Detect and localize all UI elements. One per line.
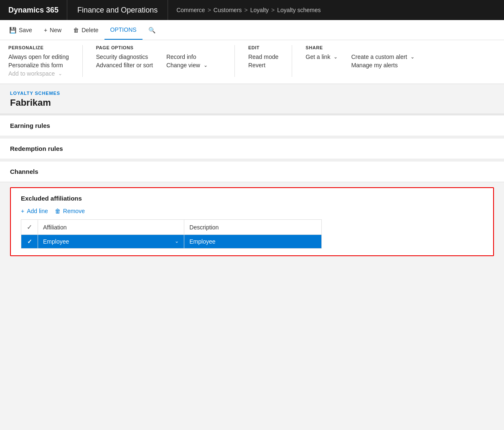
remove-button[interactable]: 🗑 Remove: [55, 208, 85, 214]
advanced-filter-sort[interactable]: Advanced filter or sort: [96, 62, 153, 69]
redemption-rules-section: Redemption rules: [0, 138, 504, 159]
description-cell: Employee: [184, 235, 322, 249]
share-group: SHARE Get a link ⌄ Create a custom alert…: [305, 45, 441, 77]
affiliation-cell: Employee ⌄: [38, 235, 184, 249]
save-label: Save: [19, 27, 32, 33]
row-check-icon: ✓: [27, 238, 32, 245]
top-nav: Dynamics 365 Finance and Operations Comm…: [0, 0, 504, 20]
get-link-chevron: ⌄: [333, 54, 338, 60]
delete-icon: 🗑: [73, 27, 79, 33]
search-button[interactable]: 🔍: [143, 20, 161, 40]
channels-section: Channels: [0, 161, 504, 182]
affiliation-value: Employee: [43, 238, 69, 245]
delete-button[interactable]: 🗑 Delete: [67, 20, 104, 40]
new-label: New: [50, 27, 61, 33]
options-tab[interactable]: OPTIONS: [104, 20, 143, 40]
page-header: LOYALTY SCHEMES Fabrikam: [0, 84, 504, 113]
security-diagnostics[interactable]: Security diagnostics: [96, 53, 153, 60]
app-title: Finance and Operations: [77, 6, 158, 15]
add-workspace-chevron: ⌄: [58, 71, 62, 76]
add-to-workspace[interactable]: Add to workspace ⌄: [8, 70, 69, 77]
breadcrumb-loyalty[interactable]: Loyalty: [250, 7, 269, 13]
page-options-col2: Record info Change view ⌄: [166, 53, 208, 69]
check-header: ✓: [21, 220, 38, 235]
page-options-title: PAGE OPTIONS: [96, 45, 221, 50]
record-info[interactable]: Record info: [166, 53, 208, 60]
edit-items: Read mode Revert: [248, 53, 278, 69]
personalize-items: Always open for editing Personalize this…: [8, 53, 69, 77]
revert[interactable]: Revert: [248, 62, 278, 69]
breadcrumb: Commerce > Customers > Loyalty > Loyalty…: [168, 0, 504, 20]
manage-my-alerts[interactable]: Manage my alerts: [351, 62, 415, 69]
edit-group: EDIT Read mode Revert: [248, 45, 292, 77]
page-options-col1: Security diagnostics Advanced filter or …: [96, 53, 153, 69]
redemption-rules-title: Redemption rules: [10, 145, 494, 152]
affiliation-dropdown-icon[interactable]: ⌄: [175, 238, 179, 244]
earning-rules-title: Earning rules: [10, 122, 494, 129]
earning-rules-section: Earning rules: [0, 115, 504, 136]
options-label: OPTIONS: [110, 26, 137, 33]
read-mode[interactable]: Read mode: [248, 53, 278, 60]
page-options-items: Security diagnostics Advanced filter or …: [96, 53, 221, 69]
breadcrumb-customers[interactable]: Customers: [214, 7, 242, 13]
create-alert-chevron: ⌄: [410, 54, 415, 60]
app-title-section: Finance and Operations: [67, 0, 168, 20]
main-content: LOYALTY SCHEMES Fabrikam Earning rules R…: [0, 84, 504, 335]
remove-icon: 🗑: [55, 208, 61, 214]
add-line-button[interactable]: + Add line: [21, 208, 48, 214]
table-row[interactable]: ✓ Employee ⌄ Employee: [21, 235, 322, 249]
excluded-affiliations-section: Excluded affiliations + Add line 🗑 Remov…: [10, 187, 494, 256]
new-icon: +: [44, 27, 47, 33]
share-col2: Create a custom alert ⌄ Manage my alerts: [351, 53, 415, 69]
affiliations-table: ✓ Affiliation Description ✓ Employee ⌄: [21, 219, 322, 249]
check-header-icon: ✓: [27, 224, 32, 231]
breadcrumb-sep-1: >: [208, 7, 211, 13]
row-checkbox[interactable]: ✓: [21, 235, 38, 249]
toolbar: 💾 Save + New 🗑 Delete OPTIONS 🔍: [0, 20, 504, 40]
get-a-link[interactable]: Get a link ⌄: [305, 53, 338, 60]
channels-title: Channels: [10, 168, 494, 175]
affiliation-header: Affiliation: [38, 220, 184, 235]
edit-title: EDIT: [248, 45, 278, 50]
save-button[interactable]: 💾 Save: [3, 20, 38, 40]
change-view[interactable]: Change view ⌄: [166, 62, 208, 69]
table-actions: + Add line 🗑 Remove: [21, 208, 483, 214]
personalize-title: PERSONALIZE: [8, 45, 69, 50]
create-custom-alert[interactable]: Create a custom alert ⌄: [351, 53, 415, 60]
breadcrumb-sep-3: >: [271, 7, 275, 13]
table-header-row: ✓ Affiliation Description: [21, 220, 322, 235]
share-col1: Get a link ⌄: [305, 53, 338, 69]
page-title: Fabrikam: [10, 97, 494, 108]
always-open-editing[interactable]: Always open for editing: [8, 53, 69, 60]
page-options-group: PAGE OPTIONS Security diagnostics Advanc…: [96, 45, 235, 77]
dynamics-logo[interactable]: Dynamics 365: [0, 0, 67, 20]
personalize-form[interactable]: Personalize this form: [8, 62, 69, 69]
share-items: Get a link ⌄ Create a custom alert ⌄ Man…: [305, 53, 428, 69]
save-icon: 💾: [9, 27, 16, 33]
dynamics-title: Dynamics 365: [8, 6, 59, 15]
breadcrumb-loyalty-schemes[interactable]: Loyalty schemes: [277, 7, 321, 13]
share-title: SHARE: [305, 45, 428, 50]
description-header: Description: [184, 220, 322, 235]
description-value: Employee: [189, 238, 215, 245]
breadcrumb-commerce[interactable]: Commerce: [176, 7, 205, 13]
delete-label: Delete: [81, 27, 98, 33]
breadcrumb-sep-2: >: [244, 7, 248, 13]
new-button[interactable]: + New: [38, 20, 67, 40]
add-line-label: Add line: [27, 208, 48, 214]
personalize-group: PERSONALIZE Always open for editing Pers…: [8, 45, 83, 77]
page-label: LOYALTY SCHEMES: [10, 91, 494, 96]
search-icon: 🔍: [148, 27, 155, 33]
excluded-affiliations-title: Excluded affiliations: [21, 195, 483, 202]
add-line-icon: +: [21, 208, 24, 214]
options-panel: PERSONALIZE Always open for editing Pers…: [0, 40, 504, 84]
remove-label: Remove: [63, 208, 85, 214]
change-view-chevron: ⌄: [204, 62, 208, 68]
